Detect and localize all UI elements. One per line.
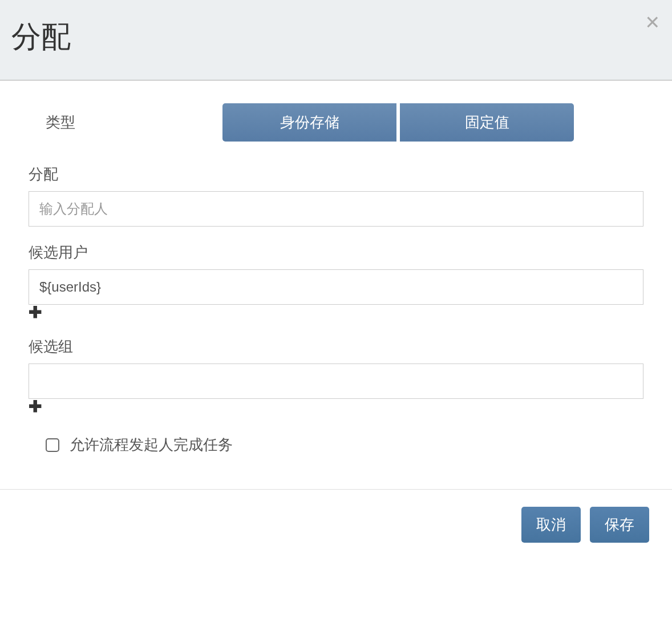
modal-footer: 取消 保存	[0, 489, 672, 560]
candidate-groups-label: 候选组	[29, 337, 643, 357]
add-candidate-user-icon[interactable]: ✚	[29, 305, 42, 321]
type-label: 类型	[29, 112, 222, 132]
candidate-users-row: 候选用户 ✚	[29, 243, 643, 321]
candidate-groups-row: 候选组 ✚	[29, 337, 643, 415]
modal-header: 分配 ×	[0, 0, 672, 80]
modal-body: 类型 身份存储 固定值 分配 候选用户 ✚ 候选组 ✚ 允许流程发起人完成任务	[0, 80, 672, 489]
type-option-identity-store[interactable]: 身份存储	[222, 103, 396, 142]
save-button[interactable]: 保存	[590, 507, 649, 543]
assignee-row: 分配	[29, 164, 643, 227]
candidate-groups-input[interactable]	[29, 364, 643, 399]
type-row: 类型 身份存储 固定值	[29, 103, 643, 142]
add-candidate-group-icon[interactable]: ✚	[29, 399, 42, 415]
candidate-users-input[interactable]	[29, 269, 643, 305]
candidate-users-label: 候选用户	[29, 243, 643, 263]
allow-initiator-checkbox[interactable]	[46, 438, 59, 452]
allow-initiator-label: 允许流程发起人完成任务	[70, 435, 233, 455]
type-toggle-group: 身份存储 固定值	[222, 103, 574, 142]
type-option-fixed-value[interactable]: 固定值	[400, 103, 574, 142]
assignee-label: 分配	[29, 164, 643, 184]
cancel-button[interactable]: 取消	[521, 507, 581, 543]
allow-initiator-row: 允许流程发起人完成任务	[29, 435, 643, 455]
modal-title: 分配	[11, 17, 661, 57]
assignment-modal: 分配 × 类型 身份存储 固定值 分配 候选用户 ✚ 候选组 ✚ 允许流程发起	[0, 0, 672, 560]
close-icon[interactable]: ×	[645, 10, 659, 34]
assignee-input[interactable]	[29, 191, 643, 227]
